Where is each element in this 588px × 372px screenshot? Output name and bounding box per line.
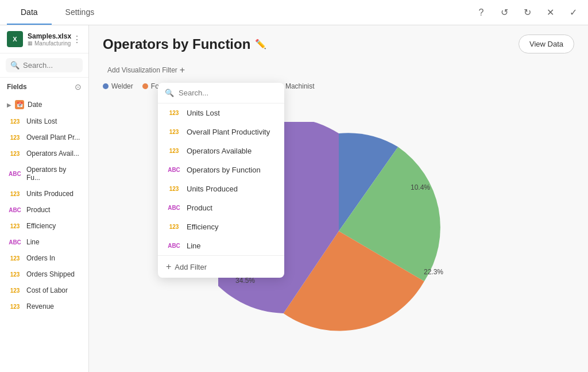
- dropdown-item-type: 123: [166, 109, 182, 117]
- dropdown-item-label: Units Produced: [187, 185, 238, 193]
- search-box: 🔍: [6, 58, 83, 72]
- dropdown-item-type: 123: [166, 147, 182, 155]
- content-area: Operators by Function ✏️ View Data Add V…: [89, 25, 588, 372]
- field-label: Product: [26, 206, 50, 214]
- dropdown-item-efficiency[interactable]: 123 Efficiency: [158, 217, 284, 236]
- field-label: Efficiency: [26, 222, 56, 230]
- search-section: 🔍: [0, 53, 88, 78]
- label-machinist: 34.5%: [235, 277, 255, 285]
- dropdown-item-label: Units Lost: [187, 109, 220, 117]
- search-input[interactable]: [23, 61, 78, 70]
- field-type-num: 123: [7, 287, 23, 294]
- field-product[interactable]: ABC Product: [0, 202, 88, 218]
- file-name: Samples.xlsx: [28, 32, 71, 40]
- field-overall-plant[interactable]: 123 Overall Plant Pr...: [0, 129, 88, 145]
- dropdown-item-operators-func[interactable]: ABC Operators by Function: [158, 160, 284, 179]
- dropdown-item-operators-avail[interactable]: 123 Operators Available: [158, 141, 284, 160]
- main-area: X Samples.xlsx ▦ Manufacturing ⋮ 🔍 Field…: [0, 25, 588, 372]
- dropdown-search-input[interactable]: [179, 89, 277, 97]
- field-cost-of-labor[interactable]: 123 Cost of Labor: [0, 282, 88, 298]
- field-efficiency[interactable]: 123 Efficiency: [0, 218, 88, 234]
- dropdown-item-label: Efficiency: [187, 223, 218, 231]
- field-type-abc: ABC: [7, 206, 23, 214]
- dropdown-search-box: 🔍: [158, 83, 284, 103]
- tab-data[interactable]: Data: [7, 0, 52, 25]
- field-date-label: Date: [28, 101, 42, 109]
- fields-options-icon[interactable]: ⊙: [75, 82, 82, 91]
- chart-title: Operators by Function: [103, 36, 250, 52]
- field-label: Overall Plant Pr...: [26, 133, 80, 141]
- file-section: X Samples.xlsx ▦ Manufacturing ⋮: [0, 25, 88, 53]
- dropdown-item-label: Line: [187, 241, 201, 250]
- search-icon: 🔍: [10, 61, 20, 70]
- file-icon: X: [7, 31, 23, 47]
- field-orders-in[interactable]: 123 Orders In: [0, 250, 88, 266]
- field-orders-shipped[interactable]: 123 Orders Shipped: [0, 266, 88, 282]
- dropdown-item-type: ABC: [166, 204, 182, 212]
- dropdown-item-type: 123: [166, 128, 182, 136]
- field-type-abc: ABC: [7, 239, 23, 246]
- tab-bar: Data Settings: [7, 0, 108, 25]
- field-label: Orders Shipped: [26, 270, 75, 278]
- field-type-abc: ABC: [7, 170, 23, 178]
- file-menu-button[interactable]: ⋮: [72, 34, 82, 45]
- date-icon: 📅: [15, 100, 24, 109]
- label-forklift: 32.8%: [385, 340, 404, 340]
- legend-dot: [142, 83, 148, 89]
- field-label: Operators Avail...: [26, 149, 79, 158]
- chevron-icon: ▶: [7, 102, 11, 108]
- field-line[interactable]: ABC Line: [0, 234, 88, 250]
- dropdown-item-overall-plant[interactable]: 123 Overall Plant Productivity: [158, 122, 284, 141]
- view-data-button[interactable]: View Data: [519, 34, 574, 53]
- field-date[interactable]: ▶ 📅 Date: [0, 96, 88, 113]
- undo-icon[interactable]: ↺: [496, 5, 512, 21]
- tab-settings[interactable]: Settings: [52, 0, 109, 25]
- field-units-produced[interactable]: 123 Units Produced: [0, 186, 88, 202]
- dropdown-item-units-produced[interactable]: 123 Units Produced: [158, 179, 284, 198]
- dropdown-search-icon: 🔍: [165, 89, 174, 97]
- dropdown-item-type: ABC: [166, 242, 182, 250]
- dropdown-item-label: Operators Available: [187, 147, 252, 155]
- fields-label: Fields: [7, 83, 27, 91]
- dropdown-item-type: 123: [166, 185, 182, 193]
- add-filter-footer-label: Add Filter: [175, 263, 207, 271]
- sidebar: X Samples.xlsx ▦ Manufacturing ⋮ 🔍 Field…: [0, 25, 89, 372]
- file-info: X Samples.xlsx ▦ Manufacturing: [7, 31, 71, 47]
- field-operators-func[interactable]: ABC Operators by Fu...: [0, 162, 88, 186]
- dropdown-item-product[interactable]: ABC Product: [158, 198, 284, 217]
- field-type-num: 123: [7, 271, 23, 278]
- field-label: Operators by Fu...: [26, 166, 82, 182]
- help-icon[interactable]: ?: [473, 5, 489, 21]
- add-filter-button[interactable]: Add Visualization Filter +: [103, 63, 189, 78]
- dropdown-item-line[interactable]: ABC Line: [158, 236, 284, 255]
- content-header: Operators by Function ✏️ View Data: [89, 25, 588, 58]
- field-type-num: 123: [7, 223, 23, 230]
- field-units-lost[interactable]: 123 Units Lost: [0, 113, 88, 129]
- field-label: Line: [26, 238, 40, 246]
- label-line-operators: 22.3%: [424, 268, 443, 276]
- search-dropdown: 🔍 123 Units Lost 123 Overall Plant Produ…: [158, 83, 284, 278]
- field-label: Revenue: [26, 302, 54, 310]
- add-filter-footer-button[interactable]: + Add Filter: [158, 255, 284, 278]
- field-label: Units Lost: [26, 117, 57, 125]
- legend-label: Machinist: [285, 82, 315, 90]
- field-operators-avail[interactable]: 123 Operators Avail...: [0, 145, 88, 162]
- dropdown-item-units-lost[interactable]: 123 Units Lost: [158, 103, 284, 122]
- plus-icon: +: [166, 262, 171, 272]
- redo-icon[interactable]: ↻: [519, 5, 535, 21]
- field-revenue[interactable]: 123 Revenue: [0, 298, 88, 315]
- field-label: Orders In: [26, 254, 55, 262]
- edit-icon[interactable]: ✏️: [255, 39, 266, 49]
- label-welder: 10.4%: [411, 183, 430, 191]
- field-type-num: 123: [7, 190, 23, 198]
- dropdown-item-label: Operators by Function: [187, 166, 261, 174]
- close-icon[interactable]: ✕: [542, 5, 558, 21]
- filter-bar: Add Visualization Filter +: [89, 58, 588, 82]
- add-filter-label: Add Visualization Filter: [107, 66, 177, 74]
- field-type-num: 123: [7, 118, 23, 125]
- confirm-icon[interactable]: ✓: [565, 5, 581, 21]
- top-bar: Data Settings ? ↺ ↻ ✕ ✓: [0, 0, 588, 25]
- plus-icon: +: [180, 65, 185, 75]
- dropdown-item-label: Product: [187, 204, 212, 212]
- field-label: Cost of Labor: [26, 286, 68, 294]
